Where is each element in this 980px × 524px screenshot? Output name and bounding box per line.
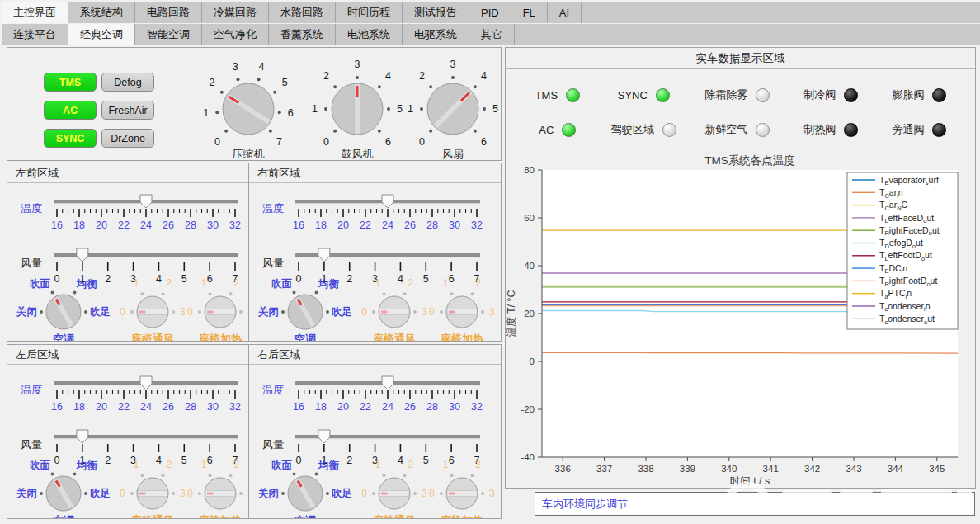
tab-air-purify[interactable]: 空气净化 [202,24,269,45]
slider-tick-label: 6 [207,455,213,466]
knob-stop-dot [73,473,77,476]
knob-stop-label: 关闭 [257,487,279,499]
status-textbox[interactable]: 车内环境同步调节 [535,492,975,516]
tab-fragrance-system[interactable]: 香薰系统 [269,24,336,45]
slider-thumb[interactable] [318,248,330,262]
knob-stop-dot [198,492,201,495]
seat-vent-knob[interactable]: 0123座椅通风 [358,284,431,342]
knob-stop-label: 0 [419,136,425,148]
knob-stop-dot [141,292,144,295]
knob-stop-label: 3 [233,61,238,73]
ac-mode-svg: 关闭吹面均衡吹足空调 [251,281,360,342]
knob-stop-dot [239,310,243,314]
knob-stop-dot [224,130,228,133]
knob-label: 座椅通风 [372,514,416,519]
tab-fl[interactable]: FL [511,2,548,23]
seat-heat-knob[interactable]: 0123座椅加热 [426,465,498,519]
tab-system-structure[interactable]: 系统结构 [68,2,135,23]
fan-knob[interactable]: 0123456风扇 [403,69,502,163]
slider-tick-label: 28 [426,401,438,413]
knob-stop-dot [40,492,43,495]
tab-edrive-system[interactable]: 电驱系统 [403,24,469,45]
ac-mode-knob[interactable]: 关闭吹面均衡吹足空调 [251,462,360,519]
slider-thumb[interactable] [382,195,393,208]
indicator-bypass-valve: 旁通阀 [875,122,964,137]
temp-slider[interactable]: 161820222426283032 [290,193,485,239]
slider-tick-label: 20 [96,220,107,231]
defog-button[interactable]: Defog [101,73,154,92]
knob-stop-label: 均衡 [76,460,98,471]
knob-stop-dot [378,85,381,88]
tab-smart-ac[interactable]: 智能空调 [135,24,202,45]
tab-time-history[interactable]: 时间历程 [336,2,403,23]
seat-heat-svg: 0123座椅加热 [184,465,249,519]
led-sync [656,88,670,102]
knob-stop-dot [326,492,329,495]
tab-connect-platform[interactable]: 连接平台 [2,24,68,45]
ac-mode-svg: 关闭吹面均衡吹足空调 [9,462,118,519]
seat-heat-knob[interactable]: 0123座椅加热 [184,465,249,519]
tab-test-report[interactable]: 测试报告 [403,2,469,23]
slider-thumb[interactable] [77,248,88,262]
fan-label: 风量 [21,256,42,271]
tab-other[interactable]: 其它 [469,24,515,45]
seat-vent-svg: 0123座椅通风 [116,284,189,342]
knob-label: 空调 [294,514,316,519]
tab-water-loop[interactable]: 水路回路 [269,2,336,23]
tab-main-control[interactable]: 主控界面 [2,2,68,23]
slider-tick-label: 5 [181,273,187,285]
knob-stop-label: 关闭 [16,487,37,499]
slider-tick-label: 4 [398,455,403,466]
toggle-tms-button[interactable]: TMS [44,73,97,92]
freshair-button[interactable]: FreshAir [101,101,154,120]
knob-stop-label: 0 [361,306,367,318]
knob-stop-label: 4 [258,61,264,73]
knob-label: 座椅加热 [198,514,243,519]
slider-thumb[interactable] [140,376,152,389]
seat-vent-knob[interactable]: 0123座椅通风 [116,284,189,342]
tab-refrigerant-loop[interactable]: 冷媒回路 [202,2,269,23]
led-defrost-defog [756,88,770,102]
tab-electric-loop[interactable]: 电路回路 [135,2,202,23]
zone-title: 右后区域 [249,345,501,365]
ac-mode-knob[interactable]: 关闭吹面均衡吹足空调 [9,462,118,519]
slider-tick-label: 4 [156,455,162,466]
seat-heat-knob[interactable]: 0123座椅加热 [184,284,249,342]
slider-tick-label: 26 [163,220,174,231]
toggle-sync-button[interactable]: SYNC [44,129,97,148]
x-tick-label: 345 [929,464,945,474]
slider-thumb[interactable] [140,195,152,208]
seat-vent-knob[interactable]: 0123座椅通风 [358,465,431,519]
indicator-fresh-air: 新鲜空气 [688,122,787,137]
slider-tick-label: 20 [337,220,349,231]
temp-slider[interactable]: 161820222426283032 [49,193,243,239]
tab-ai[interactable]: AI [548,2,582,23]
ac-mode-knob[interactable]: 关闭吹面均衡吹足空调 [251,281,360,342]
ac-mode-knob[interactable]: 关闭吹面均衡吹足空调 [9,281,118,342]
temp-slider[interactable]: 161820222426283032 [290,375,485,421]
tab-classic-ac[interactable]: 经典空调 [68,24,135,45]
temp-slider[interactable]: 161820222426283032 [49,375,243,421]
compressor-knob[interactable]: 01234567压缩机 [199,69,298,163]
slider-thumb[interactable] [77,430,88,443]
seat-heat-knob[interactable]: 0123座椅加热 [426,284,498,342]
drzone-button[interactable]: DrZone [101,129,154,148]
knob-stop-dot [378,130,381,133]
seat-vent-knob[interactable]: 0123座椅通风 [116,465,189,519]
tab-pid[interactable]: PID [469,2,511,23]
led-bypass-valve [932,123,946,137]
slider-thumb[interactable] [382,376,393,389]
tab-battery-system[interactable]: 电池系统 [336,24,403,45]
blower-knob[interactable]: 0123456鼓风机 [308,69,407,163]
knob-stop-dot [429,85,432,88]
knob-stop-label: 1 [443,277,449,289]
knob-stop-label: 5 [282,77,288,88]
seat-vent-svg: 0123座椅通风 [358,284,431,342]
knob-stop-label: 1 [408,103,413,115]
knob-stop-dot [474,130,477,133]
slider-tick-label: 16 [51,220,63,231]
indicator-label: 制冷阀 [803,87,836,102]
toggle-ac-button[interactable]: AC [44,101,97,120]
knob-stop-dot [315,291,318,295]
slider-thumb[interactable] [318,430,330,443]
